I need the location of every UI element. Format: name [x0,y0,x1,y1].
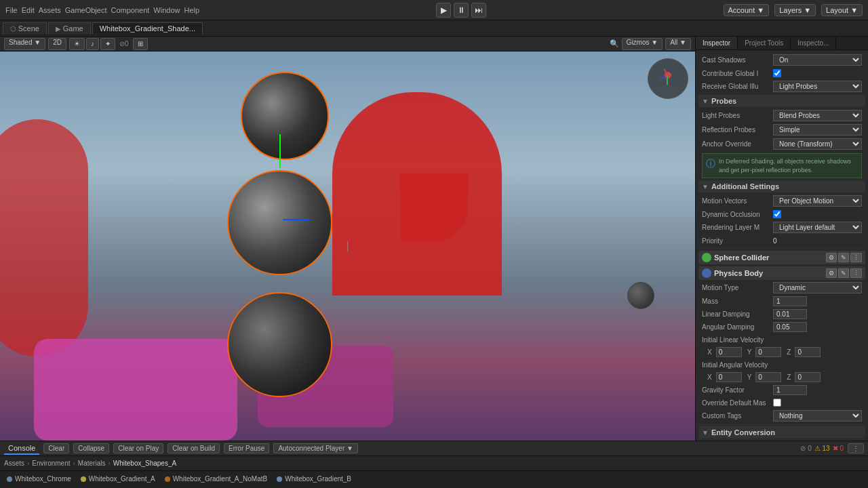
cast-shadows-select[interactable]: On [773,54,862,66]
file-item-0[interactable]: Whitebox_Chrome [4,474,74,484]
entity-section: - (3 entities) PhysicsCollider RenderBou… [698,440,865,441]
pause-button[interactable]: ⏸ [454,3,469,18]
tabs-bar: ⬡ Scene ▶ Game Whitebox_Gradient_Shade..… [0,20,868,37]
initial-angular-xyz-row: X Y Z [698,371,865,384]
dynamic-occlusion-check[interactable] [773,210,781,218]
motion-vectors-row: Motion Vectors Per Object Motion [698,194,865,208]
all-dropdown[interactable]: All ▼ [665,38,691,50]
stats-button[interactable]: ⊞ [133,38,148,50]
motion-type-select[interactable]: Dynamic [773,282,862,293]
fx-button[interactable]: ✦ [100,38,115,50]
mass-row: Mass [698,295,865,308]
mass-input[interactable] [773,296,807,306]
console-more[interactable]: ⋮ [848,443,864,453]
anchor-override-select[interactable]: None (Transform) [773,138,862,150]
linear-damping-row: Linear Damping [698,308,865,321]
play-button[interactable]: ▶ [436,3,451,18]
probes-section-header[interactable]: ▼ Probes [698,95,865,107]
sphere-collider-header[interactable]: Sphere Collider ⚙ ✎ ⋮ [698,251,865,264]
console-status: ⊘ 0 ⚠ 13 ✖ 0 [800,445,844,452]
linear-damping-input[interactable] [773,309,807,319]
linear-x-input[interactable] [716,347,742,357]
rendering-layer-select[interactable]: Light Layer default [773,222,862,233]
motion-vectors-select[interactable]: Per Object Motion [773,195,862,207]
contribute-global-row: Contribute Global I [698,67,865,79]
autoconnect-dropdown[interactable]: Autoconnected Player ▼ [273,443,358,453]
linear-z-input[interactable] [795,347,821,357]
tab-scene[interactable]: ⬡ Scene [3,22,47,34]
physics-body-icon [702,268,711,278]
error-count-zero: ⊘ 0 [800,445,811,452]
nav-gizmo[interactable] [648,58,688,99]
menu-gameobject[interactable]: GameObject [65,6,107,14]
file-item-3[interactable]: Whitebox_Gradient_B [274,474,354,484]
clear-button[interactable]: Clear [43,443,69,453]
contribute-global-check[interactable] [773,69,781,77]
tab-inspector2[interactable]: Inspecto... [791,37,836,49]
linear-y-input[interactable] [755,347,781,357]
breadcrumb-environment[interactable]: Environment [32,460,70,467]
account-dropdown[interactable]: Account ▼ [724,4,770,16]
breadcrumb-assets[interactable]: Assets [4,460,24,467]
menu-file[interactable]: File [5,6,18,14]
tab-project-tools[interactable]: Project Tools [738,37,791,49]
sphere-top [241,72,329,160]
tab-shader[interactable]: Whitebox_Gradient_Shade... [92,22,203,35]
file-item-2[interactable]: Whitebox_Gradient_A_NoMatB [162,474,271,484]
angular-x-input[interactable] [716,372,742,382]
right-panel-tabs: Inspector Project Tools Inspecto... [696,37,868,50]
override-mass-check[interactable] [773,399,781,407]
sphere-collider-more[interactable]: ⋮ [850,253,862,262]
sphere-collider-icon [702,253,711,262]
sphere-collider-edit[interactable]: ✎ [838,253,849,262]
menu-component[interactable]: Component [111,6,149,14]
gizmos-dropdown[interactable]: Gizmos ▼ [622,38,663,50]
cursor-marker: | [346,240,349,252]
layers-dropdown[interactable]: Layers ▼ [774,4,816,16]
file-list: Whitebox_Chrome Whitebox_Gradient_A Whit… [0,471,868,487]
menu-edit[interactable]: Edit [22,6,35,14]
angular-y-input[interactable] [755,372,781,382]
physics-body-edit[interactable]: ✎ [838,268,849,278]
file-dot-0 [7,476,12,482]
layout-dropdown[interactable]: Layout ▼ [821,4,863,16]
menu-assets[interactable]: Assets [39,6,61,14]
menu-help[interactable]: Help [184,6,199,14]
light-button[interactable]: ☀ [69,38,85,50]
file-item-1[interactable]: Whitebox_Gradient_A [78,474,158,484]
entity-conversion-header[interactable]: ▼ Entity Conversion [698,426,865,439]
2d-button[interactable]: 2D [48,38,66,50]
error-pause-button[interactable]: Error Pause [224,443,269,453]
clear-play-button[interactable]: Clear on Play [113,443,163,453]
gravity-factor-input[interactable] [773,385,807,395]
physics-body-settings[interactable]: ⚙ [826,268,837,278]
sphere-collider-settings[interactable]: ⚙ [826,253,837,262]
topbar: File Edit Assets GameObject Component Wi… [0,0,868,20]
physics-body-header[interactable]: Physics Body ⚙ ✎ ⋮ [698,266,865,280]
angular-z-input[interactable] [795,372,821,382]
console-bar: Console Clear Collapse Clear on Play Cle… [0,441,868,456]
breadcrumb-materials[interactable]: Materials [78,460,106,467]
collapse-button[interactable]: Collapse [73,443,109,453]
tab-game[interactable]: ▶ Game [48,22,91,34]
reflection-probes-select[interactable]: Simple [773,124,862,136]
console-tab[interactable]: Console [4,443,39,455]
receive-global-row: Receive Global Illu Light Probes [698,79,865,94]
gizmo-y [279,134,281,168]
file-dot-2 [165,476,170,482]
inspector-content[interactable]: Cast Shadows On Contribute Global I Rece… [696,50,868,441]
audio-button[interactable]: ♪ [86,38,99,50]
viewport-canvas[interactable]: | [0,52,695,441]
tab-inspector[interactable]: Inspector [696,37,738,49]
additional-settings-header[interactable]: ▼ Additional Settings [698,180,865,192]
light-probes-select[interactable]: Blend Probes [773,110,862,121]
custom-tags-select[interactable]: Nothing [773,410,862,422]
step-button[interactable]: ⏭ [471,3,486,18]
menu-window[interactable]: Window [153,6,180,14]
breadcrumb-current[interactable]: Whitebox_Shapes_A [113,460,176,467]
clear-build-button[interactable]: Clear on Build [167,443,220,453]
shading-dropdown[interactable]: Shaded ▼ [4,38,45,50]
angular-damping-input[interactable] [773,322,807,332]
physics-body-more[interactable]: ⋮ [850,268,862,278]
receive-global-select[interactable]: Light Probes [773,81,862,92]
